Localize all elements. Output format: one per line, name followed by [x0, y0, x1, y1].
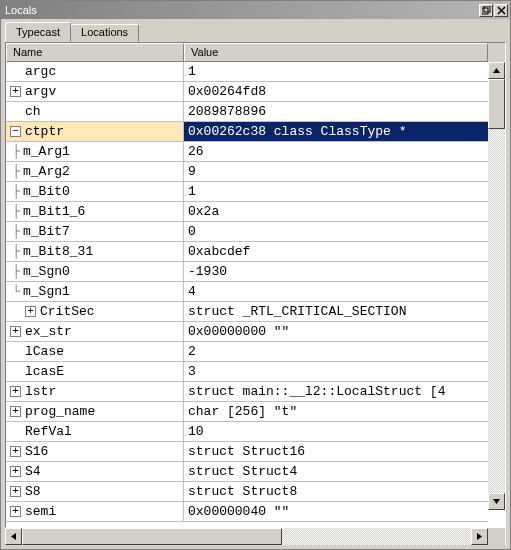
cell-name[interactable]: +S8 — [6, 482, 184, 502]
table-row[interactable]: ├m_Bit01 — [6, 182, 488, 202]
table-row[interactable]: ├m_Bit8_310xabcdef — [6, 242, 488, 262]
cell-name[interactable]: lCase — [6, 342, 184, 362]
cell-value[interactable]: 1 — [184, 182, 488, 202]
table-row[interactable]: +S4struct Struct4 — [6, 462, 488, 482]
table-row[interactable]: +CritSecstruct _RTL_CRITICAL_SECTION — [6, 302, 488, 322]
table-row[interactable]: argc1 — [6, 62, 488, 82]
table-row[interactable]: +S16struct Struct16 — [6, 442, 488, 462]
cell-value[interactable]: 0x2a — [184, 202, 488, 222]
cell-value[interactable]: 4 — [184, 282, 488, 302]
cell-name[interactable]: lcasE — [6, 362, 184, 382]
cell-value[interactable]: -1930 — [184, 262, 488, 282]
scroll-left-button[interactable] — [5, 528, 22, 545]
scroll-track[interactable] — [22, 528, 471, 545]
scroll-up-button[interactable] — [488, 62, 505, 79]
cell-value[interactable]: 3 — [184, 362, 488, 382]
table-row[interactable]: ├m_Bit1_60x2a — [6, 202, 488, 222]
scroll-thumb[interactable] — [22, 528, 282, 545]
cell-name[interactable]: └m_Sgn1 — [6, 282, 184, 302]
table-row[interactable]: lCase2 — [6, 342, 488, 362]
cell-name[interactable]: ├m_Arg2 — [6, 162, 184, 182]
cell-name[interactable]: RefVal — [6, 422, 184, 442]
table-row[interactable]: ├m_Arg126 — [6, 142, 488, 162]
cell-value[interactable]: 1 — [184, 62, 488, 82]
expand-icon[interactable]: + — [10, 466, 21, 477]
cell-name[interactable]: ├m_Bit1_6 — [6, 202, 184, 222]
scroll-down-button[interactable] — [488, 493, 505, 510]
table-row[interactable]: ├m_Sgn0-1930 — [6, 262, 488, 282]
grid-body[interactable]: argc1+argv0x00264fd8ch2089878896−ctptr0x… — [6, 62, 488, 527]
cell-value[interactable]: 0xabcdef — [184, 242, 488, 262]
cell-name[interactable]: ├m_Bit7 — [6, 222, 184, 242]
cell-value[interactable]: 0x00000000 "" — [184, 322, 488, 342]
cell-name[interactable]: +prog_name — [6, 402, 184, 422]
cell-name[interactable]: +semi — [6, 502, 184, 522]
cell-value[interactable]: 0 — [184, 222, 488, 242]
expand-icon[interactable]: + — [10, 446, 21, 457]
cell-name[interactable]: +S16 — [6, 442, 184, 462]
horizontal-scrollbar[interactable] — [5, 528, 506, 545]
dock-button[interactable] — [479, 4, 493, 17]
expand-icon[interactable]: + — [10, 506, 21, 517]
cell-value[interactable]: char [256] "t" — [184, 402, 488, 422]
expand-icon[interactable]: + — [10, 386, 21, 397]
cell-name[interactable]: ├m_Arg1 — [6, 142, 184, 162]
cell-name[interactable]: ch — [6, 102, 184, 122]
expand-icon[interactable]: + — [10, 486, 21, 497]
table-row[interactable]: −ctptr0x00262c38 class ClassType * — [6, 122, 488, 142]
cell-value[interactable]: 2 — [184, 342, 488, 362]
cell-value[interactable]: 0x00262c38 class ClassType * — [184, 122, 488, 142]
cell-value[interactable]: 9 — [184, 162, 488, 182]
table-row[interactable]: ├m_Arg29 — [6, 162, 488, 182]
close-button[interactable] — [494, 4, 508, 17]
cell-name[interactable]: ├m_Sgn0 — [6, 262, 184, 282]
table-row[interactable]: ch2089878896 — [6, 102, 488, 122]
variable-name: m_Bit1_6 — [23, 204, 85, 219]
table-row[interactable]: lcasE3 — [6, 362, 488, 382]
cell-value[interactable]: struct Struct16 — [184, 442, 488, 462]
cell-name[interactable]: ├m_Bit0 — [6, 182, 184, 202]
cell-name[interactable]: +lstr — [6, 382, 184, 402]
table-row[interactable]: +argv0x00264fd8 — [6, 82, 488, 102]
collapse-icon[interactable]: − — [10, 126, 21, 137]
cell-value[interactable]: 0x00000040 "" — [184, 502, 488, 522]
cell-value[interactable]: 26 — [184, 142, 488, 162]
cell-value[interactable]: 0x00264fd8 — [184, 82, 488, 102]
table-row[interactable]: +prog_namechar [256] "t" — [6, 402, 488, 422]
cell-name[interactable]: +CritSec — [6, 302, 184, 322]
scroll-right-button[interactable] — [471, 528, 488, 545]
cell-name[interactable]: ├m_Bit8_31 — [6, 242, 184, 262]
cell-value[interactable]: struct Struct8 — [184, 482, 488, 502]
table-row[interactable]: +S8struct Struct8 — [6, 482, 488, 502]
expand-icon[interactable]: + — [10, 326, 21, 337]
cell-name[interactable]: −ctptr — [6, 122, 184, 142]
table-row[interactable]: └m_Sgn14 — [6, 282, 488, 302]
tab-label: Locations — [81, 26, 128, 38]
cell-name[interactable]: +ex_str — [6, 322, 184, 342]
tab-typecast[interactable]: Typecast — [5, 22, 71, 42]
cell-value[interactable]: 2089878896 — [184, 102, 488, 122]
cell-name[interactable]: +argv — [6, 82, 184, 102]
scroll-track[interactable] — [488, 79, 505, 493]
vertical-scrollbar[interactable] — [488, 62, 505, 510]
scroll-thumb[interactable] — [488, 79, 505, 129]
cell-value[interactable]: struct Struct4 — [184, 462, 488, 482]
cell-value[interactable]: struct main::__l2::LocalStruct [4 — [184, 382, 488, 402]
table-row[interactable]: RefVal10 — [6, 422, 488, 442]
table-row[interactable]: +semi0x00000040 "" — [6, 502, 488, 522]
tree-branch-icon: ├ — [10, 204, 23, 219]
column-header-name[interactable]: Name — [6, 43, 184, 62]
expand-icon[interactable]: + — [10, 406, 21, 417]
table-row[interactable]: ├m_Bit70 — [6, 222, 488, 242]
table-row[interactable]: +lstrstruct main::__l2::LocalStruct [4 — [6, 382, 488, 402]
cell-value[interactable]: struct _RTL_CRITICAL_SECTION — [184, 302, 488, 322]
cell-name[interactable]: +S4 — [6, 462, 184, 482]
tab-locations[interactable]: Locations — [70, 24, 139, 42]
expand-icon[interactable]: + — [10, 86, 21, 97]
cell-name[interactable]: argc — [6, 62, 184, 82]
column-header-value[interactable]: Value — [184, 43, 488, 62]
window-title: Locals — [3, 4, 478, 16]
expand-icon[interactable]: + — [25, 306, 36, 317]
cell-value[interactable]: 10 — [184, 422, 488, 442]
table-row[interactable]: +ex_str0x00000000 "" — [6, 322, 488, 342]
